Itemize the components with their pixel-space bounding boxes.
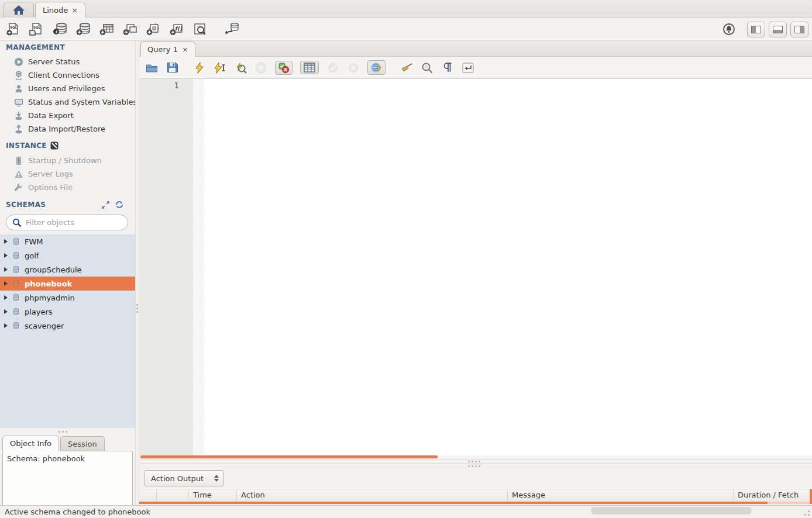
toggle-bottom-panel-button[interactable] (769, 22, 787, 37)
sidebar-item-label: Server Logs (28, 170, 73, 178)
connection-tab[interactable]: Linode × (35, 2, 85, 18)
col-duration-fetch[interactable]: Duration / Fetch (734, 489, 812, 502)
output-panel: Action Output Time Action Message Durati… (139, 468, 812, 505)
sidebar-item-startup-shutdown[interactable]: Startup / Shutdown (14, 154, 135, 167)
expand-panel-icon[interactable] (102, 201, 109, 209)
output-view-selector[interactable]: Action Output (144, 470, 224, 486)
server-status-icon (14, 57, 23, 67)
query-tabbar: Query 1 × (139, 41, 812, 57)
output-vscrollbar-thumb[interactable] (810, 489, 812, 504)
limit-rows-button[interactable] (300, 61, 319, 74)
sidebar-item-server-logs[interactable]: Server Logs (14, 167, 135, 181)
output-hscrollbar[interactable] (139, 502, 812, 504)
schema-row-groupschedule[interactable]: groupSchedule (0, 263, 135, 277)
create-procedure-icon[interactable] (145, 22, 161, 37)
sidebar-splitter-grip[interactable] (59, 431, 67, 433)
output-hscrollbar-thumb[interactable] (139, 502, 768, 504)
tab-session[interactable]: Session (60, 436, 105, 451)
bottom-hscrollbar-thumb[interactable] (591, 507, 752, 514)
expander-icon[interactable] (4, 253, 8, 258)
beautify-icon[interactable] (400, 61, 413, 74)
sidebar-item-label: Options File (28, 183, 73, 192)
schema-name: FWM (25, 237, 43, 246)
query-tab-close-icon[interactable]: × (182, 45, 188, 54)
editor-hscrollbar-thumb[interactable] (140, 455, 438, 458)
toggle-wrap-icon[interactable] (462, 61, 474, 74)
refresh-schemas-icon[interactable] (115, 201, 123, 209)
line-number-gutter: 1 (139, 79, 193, 455)
schema-icon (12, 237, 20, 246)
schema-filter-input[interactable] (26, 218, 113, 227)
new-query-tab-icon[interactable]: SQL (5, 22, 20, 37)
sidebar-item-users-privileges[interactable]: Users and Privileges (14, 82, 135, 95)
sidebar-item-data-export[interactable]: Data Export (14, 109, 135, 122)
toggle-right-panel-button[interactable] (790, 22, 808, 37)
col-message[interactable]: Message (508, 489, 734, 502)
editor-output-splitter[interactable] (139, 459, 812, 468)
commit-icon[interactable] (326, 61, 339, 74)
expander-icon[interactable] (4, 309, 8, 314)
sidebar-item-client-connections[interactable]: Client Connections (14, 68, 135, 82)
schema-row-scavenger[interactable]: scavenger (0, 319, 135, 333)
query-tab-label: Query 1 (147, 45, 178, 54)
splitter-grip-icon (468, 461, 480, 462)
execute-icon[interactable] (193, 61, 206, 74)
sidebar-main-splitter[interactable] (135, 41, 139, 505)
search-table-data-icon[interactable] (192, 22, 208, 37)
schema-row-players[interactable]: players (0, 305, 135, 319)
sidebar-item-data-import[interactable]: Data Import/Restore (14, 122, 135, 136)
find-icon[interactable] (421, 61, 433, 74)
rollback-icon[interactable] (347, 61, 360, 74)
expander-icon[interactable] (4, 295, 8, 300)
create-schema-icon[interactable] (75, 22, 91, 37)
query-tab[interactable]: Query 1 × (140, 42, 195, 57)
connection-tab-close-icon[interactable]: × (71, 6, 78, 15)
save-script-icon[interactable] (166, 61, 178, 74)
code-fold-margin (193, 79, 204, 455)
show-invisibles-icon[interactable] (441, 61, 454, 74)
navigator-sidebar: MANAGEMENT Server Status Client Connecti… (0, 41, 135, 505)
client-connections-icon (14, 71, 23, 80)
toggle-autocommit-button[interactable] (367, 60, 386, 75)
open-script-icon[interactable] (145, 61, 158, 74)
notifications-icon[interactable] (721, 22, 737, 37)
window-resize-grip-icon[interactable] (800, 509, 810, 516)
left-panel-glyph (751, 26, 761, 33)
expander-icon[interactable] (4, 323, 8, 328)
sidebar-item-label: Startup / Shutdown (28, 156, 102, 165)
expander-icon[interactable] (4, 239, 8, 244)
tab-object-info[interactable]: Object Info (2, 436, 59, 451)
home-tab[interactable] (4, 2, 34, 18)
schema-row-golf[interactable]: golf (0, 248, 135, 263)
options-file-icon (14, 183, 23, 192)
toggle-stop-on-error-button[interactable] (275, 61, 293, 75)
open-sql-script-icon[interactable]: SQL (28, 22, 44, 37)
schema-filter[interactable] (6, 215, 128, 230)
expander-icon[interactable] (4, 281, 8, 286)
col-action[interactable]: Action (237, 489, 508, 502)
execute-current-statement-icon[interactable] (214, 61, 226, 74)
stop-icon[interactable] (254, 61, 267, 74)
schema-name: phonebook (25, 279, 72, 288)
sql-editor[interactable]: 1 (139, 79, 812, 455)
toggle-left-panel-button[interactable] (747, 22, 765, 37)
explain-icon[interactable] (234, 61, 247, 74)
expander-icon[interactable] (4, 267, 8, 272)
create-function-icon[interactable]: f() (168, 22, 184, 37)
col-index[interactable] (157, 489, 189, 502)
create-table-icon[interactable] (98, 22, 114, 37)
sidebar-item-status-variables[interactable]: Status and System Variables (14, 95, 135, 109)
schema-name: players (25, 308, 53, 316)
sidebar-item-options-file[interactable]: Options File (14, 181, 135, 194)
schema-row-phpmyadmin[interactable]: phpmyadmin (0, 291, 135, 305)
col-status[interactable] (139, 489, 157, 502)
col-time[interactable]: Time (189, 489, 237, 502)
schema-row-phonebook[interactable]: phonebook (0, 277, 135, 291)
schema-row-fwm[interactable]: FWM (0, 234, 135, 248)
database-info-icon[interactable]: i (51, 22, 67, 37)
sidebar-item-server-status[interactable]: Server Status (14, 55, 135, 68)
reconnect-dbms-icon[interactable] (223, 22, 239, 37)
object-info-panel: Schema: phonebook (2, 451, 133, 505)
output-table-header: Time Action Message Duration / Fetch (139, 489, 812, 502)
create-view-icon[interactable] (122, 22, 137, 37)
